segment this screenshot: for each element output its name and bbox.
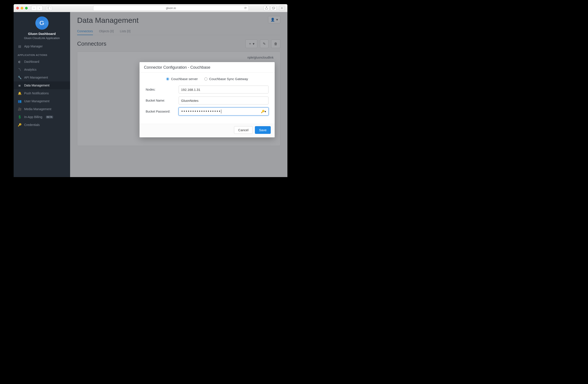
sidebar-item-label: Credentials: [24, 123, 40, 127]
sidebar-item-label: API Management: [24, 76, 48, 79]
cancel-button[interactable]: Cancel: [234, 126, 253, 134]
text-caret: [221, 110, 221, 114]
svg-rect-0: [47, 7, 51, 9]
key-icon: 🔑: [18, 123, 21, 127]
sidebar-item-data-management[interactable]: ≣ Data Management: [14, 81, 70, 89]
url-text: gluon.io: [166, 6, 176, 10]
radio-icon: [204, 77, 208, 80]
beta-badge: BETA: [46, 116, 53, 118]
sidebar-subtitle: Gluon CloudLink Application: [15, 37, 68, 40]
sidebar-item-label: Push Notifications: [24, 92, 49, 95]
reload-icon[interactable]: ⟳: [244, 6, 247, 10]
sidebar-item-label: User Management: [24, 99, 49, 103]
zoom-window-button[interactable]: [25, 7, 28, 9]
sidebar-item-analytics[interactable]: 〽 Analytics: [14, 66, 70, 74]
connector-config-modal: Connector Configuration - Couchbase Couc…: [140, 62, 275, 137]
nodes-label: Nodes:: [146, 88, 179, 91]
sidebar-item-billing[interactable]: 💲 In-App Billing BETA: [14, 113, 70, 121]
users-icon: 👥: [18, 99, 21, 103]
radio-couchbase-server[interactable]: Couchbase server: [166, 77, 198, 81]
bucket-name-label: Bucket Name:: [146, 99, 179, 102]
bucket-name-input[interactable]: GluonNotes: [179, 96, 269, 104]
bell-icon: 🔔: [18, 92, 21, 95]
sidebar-item-label: In-App Billing: [24, 115, 42, 119]
sidebar-item-credentials[interactable]: 🔑 Credentials: [14, 121, 70, 129]
radio-couchbase-sync-gateway[interactable]: Couchbase Sync Gateway: [204, 77, 248, 81]
sidebar-item-app-manager[interactable]: ▤ App Manager: [14, 42, 70, 50]
sidebar-item-label: Dashboard: [24, 60, 39, 63]
app-manager-icon: ▤: [18, 44, 21, 48]
svg-rect-2: [272, 7, 274, 9]
gluon-logo: G: [35, 17, 49, 30]
tabs-button[interactable]: [271, 6, 276, 11]
sidebar-item-label: Analytics: [24, 68, 37, 71]
analytics-icon: 〽: [18, 68, 21, 71]
browser-titlebar: ‹ › gluon.io ⟳ +: [14, 4, 287, 12]
sidebar-item-users[interactable]: 👥 User Management: [14, 97, 70, 105]
sidebar-group-label: APPLICATION ACTIONS: [14, 50, 70, 58]
billing-icon: 💲: [18, 115, 21, 119]
forward-button[interactable]: ›: [37, 6, 43, 11]
sidebar-item-media[interactable]: 🎥 Media Management: [14, 105, 70, 113]
radio-label: Couchbase server: [171, 77, 198, 81]
save-button[interactable]: Save: [255, 126, 271, 134]
main-content: Data Management 👤 ▾ Connectors Objects […: [70, 12, 287, 177]
media-icon: 🎥: [18, 107, 21, 111]
share-button[interactable]: [264, 6, 269, 11]
sidebar-item-label: Media Management: [24, 107, 51, 111]
radio-icon: [166, 77, 169, 80]
sidebar-item-dashboard[interactable]: ◐ Dashboard: [14, 58, 70, 66]
sidebar-item-push[interactable]: 🔔 Push Notifications: [14, 89, 70, 97]
sidebar: G Gluon Dashboard Gluon CloudLink Applic…: [14, 12, 70, 177]
sidebar-item-api[interactable]: 🔧 API Management: [14, 74, 70, 81]
radio-label: Couchbase Sync Gateway: [209, 77, 248, 81]
dashboard-icon: ◐: [18, 60, 21, 63]
bucket-password-label: Bucket Password:: [146, 110, 179, 113]
close-window-button[interactable]: [16, 7, 19, 9]
browser-window: ‹ › gluon.io ⟳ + G Gluon Dashboard Gluon…: [14, 4, 287, 177]
password-key-icon[interactable]: 🔑▾: [261, 110, 266, 113]
svg-rect-3: [273, 7, 275, 9]
new-tab-button[interactable]: +: [279, 6, 285, 11]
sidebar-item-label: Data Management: [24, 84, 49, 87]
sidebar-title: Gluon Dashboard: [15, 32, 68, 36]
wrench-icon: 🔧: [18, 76, 21, 79]
url-bar[interactable]: gluon.io ⟳: [93, 5, 249, 11]
minimize-window-button[interactable]: [21, 7, 23, 9]
traffic-lights: [16, 7, 28, 9]
sidebar-toggle-button[interactable]: [46, 6, 52, 11]
data-icon: ≣: [18, 84, 21, 87]
nodes-input[interactable]: 192.168.1.31: [179, 86, 269, 94]
modal-title: Connector Configuration - Couchbase: [140, 62, 275, 73]
sidebar-item-label: App Manager: [24, 44, 43, 48]
back-button[interactable]: ‹: [31, 6, 37, 11]
bucket-password-input[interactable]: •••••••••••••••••• 🔑▾: [179, 108, 269, 115]
